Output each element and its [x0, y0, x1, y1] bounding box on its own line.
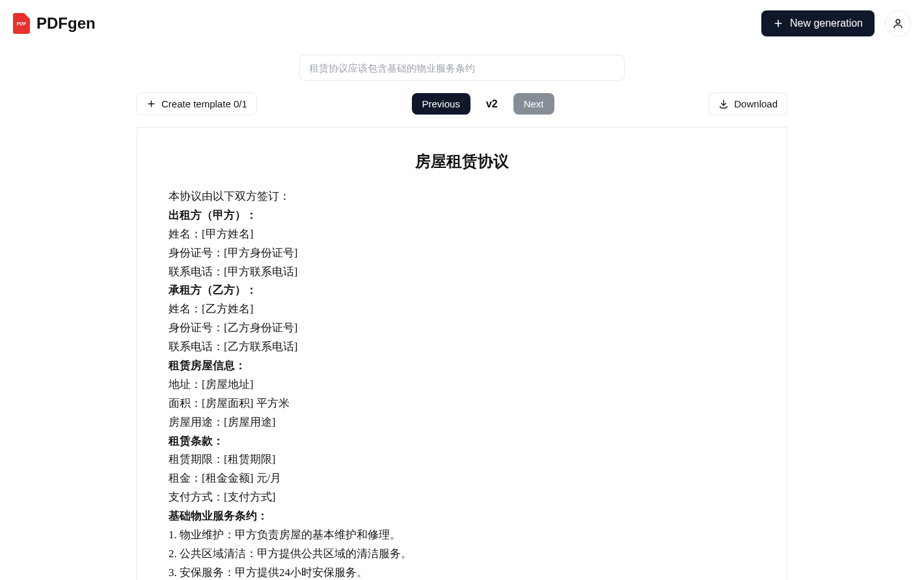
prompt-row [137, 55, 787, 81]
next-label: Next [524, 98, 544, 109]
prompt-input[interactable] [299, 55, 625, 81]
section-heading: 出租方（甲方）： [169, 206, 755, 225]
section-line: 1. 物业维护：甲方负责房屋的基本维护和修理。 [169, 526, 755, 545]
brand-logo-icon: PDF [13, 13, 30, 34]
section-line: 身份证号：[甲方身份证号] [169, 244, 755, 263]
brand[interactable]: PDF PDFgen [13, 13, 96, 34]
section-line: 支付方式：[支付方式] [169, 488, 755, 507]
section-line: 2. 公共区域清洁：甲方提供公共区域的清洁服务。 [169, 545, 755, 564]
section-line: 身份证号：[乙方身份证号] [169, 319, 755, 338]
document-preview: 房屋租赁协议 本协议由以下双方签订： 出租方（甲方）： 姓名：[甲方姓名] 身份… [137, 127, 787, 580]
section-line: 面积：[房屋面积] 平方米 [169, 394, 755, 413]
brand-logo-text: PDF [17, 21, 27, 26]
brand-name: PDFgen [36, 14, 96, 33]
create-template-button[interactable]: Create template 0/1 [137, 92, 257, 115]
next-button[interactable]: Next [513, 93, 554, 115]
section-line: 房屋用途：[房屋用途] [169, 413, 755, 432]
plus-icon [146, 99, 156, 109]
previous-button[interactable]: Previous [412, 93, 470, 115]
previous-label: Previous [422, 98, 460, 109]
download-icon [718, 99, 729, 109]
section-heading: 租赁条款： [169, 432, 755, 451]
user-menu-button[interactable] [885, 10, 911, 36]
main-column: Create template 0/1 Previous v2 Next Dow… [137, 55, 787, 580]
document-scroll[interactable]: 房屋租赁协议 本协议由以下双方签订： 出租方（甲方）： 姓名：[甲方姓名] 身份… [137, 128, 787, 580]
new-generation-label: New generation [790, 18, 863, 29]
section-heading: 承租方（乙方）： [169, 281, 755, 300]
section-line: 姓名：[乙方姓名] [169, 300, 755, 319]
svg-point-2 [896, 20, 900, 23]
section-line: 租金：[租金金额] 元/月 [169, 469, 755, 488]
section-line: 联系电话：[乙方联系电话] [169, 338, 755, 357]
plus-icon [773, 18, 783, 29]
section-heading: 基础物业服务条约： [169, 507, 755, 526]
header-actions: New generation [761, 10, 911, 36]
create-template-label: Create template 0/1 [161, 98, 247, 109]
document-intro: 本协议由以下双方签订： [169, 187, 755, 206]
user-icon [892, 18, 904, 29]
section-heading: 租赁房屋信息： [169, 357, 755, 376]
section-line: 租赁期限：[租赁期限] [169, 450, 755, 469]
app-header: PDF PDFgen New generation [0, 0, 924, 47]
document-body: 本协议由以下双方签订： 出租方（甲方）： 姓名：[甲方姓名] 身份证号：[甲方身… [169, 187, 755, 580]
section-line: 地址：[房屋地址] [169, 376, 755, 394]
section-line: 3. 安保服务：甲方提供24小时安保服务。 [169, 564, 755, 580]
document-title: 房屋租赁协议 [169, 151, 755, 172]
new-generation-button[interactable]: New generation [761, 10, 875, 36]
download-button[interactable]: Download [709, 92, 787, 115]
download-label: Download [734, 98, 778, 109]
version-label: v2 [486, 98, 498, 110]
toolbar: Create template 0/1 Previous v2 Next Dow… [137, 92, 787, 115]
section-line: 联系电话：[甲方联系电话] [169, 263, 755, 282]
section-line: 姓名：[甲方姓名] [169, 225, 755, 244]
